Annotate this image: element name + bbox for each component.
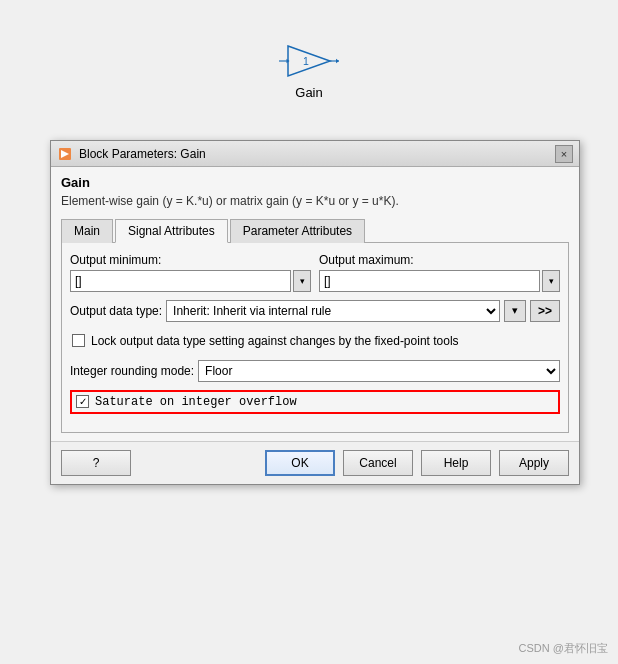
lock-checkbox-label: Lock output data type setting against ch… <box>91 334 459 348</box>
saturate-checkbox[interactable] <box>76 395 89 408</box>
output-maximum-group: Output maximum: ▾ <box>319 253 560 292</box>
output-minimum-label: Output minimum: <box>70 253 311 267</box>
output-data-type-menu-btn[interactable]: ▾ <box>504 300 526 322</box>
dialog-title-left: Block Parameters: Gain <box>57 146 206 162</box>
lock-checkbox[interactable] <box>72 334 85 347</box>
gain-label: Gain <box>295 85 322 100</box>
output-data-type-navigate-btn[interactable]: >> <box>530 300 560 322</box>
tab-parameter-attributes[interactable]: Parameter Attributes <box>230 219 365 243</box>
output-minimum-field-row: ▾ <box>70 270 311 292</box>
ok-button[interactable]: OK <box>265 450 335 476</box>
saturate-label: Saturate on integer overflow <box>95 395 297 409</box>
lock-checkbox-row: Lock output data type setting against ch… <box>70 330 560 352</box>
dialog-titlebar: Block Parameters: Gain × <box>51 141 579 167</box>
help-icon-button[interactable]: ? <box>61 450 131 476</box>
dialog-close-button[interactable]: × <box>555 145 573 163</box>
watermark: CSDN @君怀旧宝 <box>519 641 608 656</box>
help-button[interactable]: Help <box>421 450 491 476</box>
gain-symbol: 1 <box>279 41 339 81</box>
block-parameters-dialog: Block Parameters: Gain × Gain Element-wi… <box>50 140 580 485</box>
integer-rounding-select[interactable]: Floor <box>198 360 560 382</box>
tab-content-signal-attributes: Output minimum: ▾ Output maximum: ▾ Out <box>61 243 569 433</box>
cancel-button[interactable]: Cancel <box>343 450 413 476</box>
output-maximum-menu-btn[interactable]: ▾ <box>542 270 560 292</box>
dialog-footer: ? OK Cancel Help Apply <box>51 441 579 484</box>
output-data-type-row: Output data type: Inherit: Inherit via i… <box>70 300 560 322</box>
output-minimum-menu-btn[interactable]: ▾ <box>293 270 311 292</box>
output-minmax-row: Output minimum: ▾ Output maximum: ▾ <box>70 253 560 292</box>
output-data-type-select[interactable]: Inherit: Inherit via internal rule <box>166 300 500 322</box>
gain-block: 1 <box>279 41 339 81</box>
integer-rounding-label: Integer rounding mode: <box>70 364 194 378</box>
tabs-bar: Main Signal Attributes Parameter Attribu… <box>61 218 569 243</box>
output-maximum-input[interactable] <box>319 270 540 292</box>
svg-marker-5 <box>336 58 339 63</box>
block-description: Element-wise gain (y = K.*u) or matrix g… <box>61 193 569 210</box>
dialog-title-text: Block Parameters: Gain <box>79 147 206 161</box>
apply-button[interactable]: Apply <box>499 450 569 476</box>
dialog-body: Gain Element-wise gain (y = K.*u) or mat… <box>51 167 579 441</box>
saturate-checkbox-row: Saturate on integer overflow <box>70 390 560 414</box>
integer-rounding-row: Integer rounding mode: Floor <box>70 360 560 382</box>
output-maximum-label: Output maximum: <box>319 253 560 267</box>
output-data-type-label: Output data type: <box>70 304 162 318</box>
svg-marker-2 <box>288 46 330 76</box>
output-minimum-input[interactable] <box>70 270 291 292</box>
output-minimum-group: Output minimum: ▾ <box>70 253 311 292</box>
diagram-area: 1 Gain <box>0 0 618 130</box>
simulink-icon <box>57 146 73 162</box>
output-maximum-field-row: ▾ <box>319 270 560 292</box>
tab-signal-attributes[interactable]: Signal Attributes <box>115 219 228 243</box>
tab-main[interactable]: Main <box>61 219 113 243</box>
svg-text:1: 1 <box>303 54 309 66</box>
block-name: Gain <box>61 175 569 190</box>
